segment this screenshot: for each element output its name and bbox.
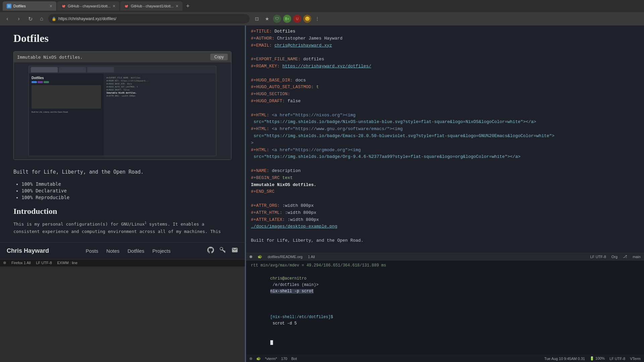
editor-status-file: dotfiles/README.org [268,255,303,259]
key-icon[interactable] [219,247,226,255]
footer-link-projects[interactable]: Projects [152,248,170,254]
mock-code-line: #+HUGO_AUTO_SET_LASTMOD: t [106,85,213,88]
terminal-blank [251,301,639,308]
editor-line-blank1 [251,49,639,56]
badge-emacs [38,81,43,83]
copy-button[interactable]: Copy [210,54,228,60]
tab-close-3[interactable]: × [176,3,178,9]
editor-line-html1-cont: src="https://img.shields.io/badge/NixOS-… [251,119,639,126]
mock-code-line: #+ATTR_ORG: :width 800px [106,94,213,97]
mock-code-line: #+HUGO_BASE_DIR: docs [106,82,213,85]
editor-status-branch: ⎇ [623,254,627,259]
editor-line-html3: #+HTML: <a href="https://orgmode.org"><i… [251,147,639,154]
tab-close-1[interactable]: × [50,3,52,9]
address-bar[interactable]: 🔒 https://chrishayward.xyz/dotfiles/ [48,14,250,23]
editor-line-hugo-draft: #+HUGO_DRAFT: false [251,98,639,105]
mock-tab-bar [29,66,216,73]
bottom-status-bar: 🐢 *vterm* 170 Bot Tue Aug 10 9:45AM 0.31… [246,355,644,362]
editor-line-src-content: Immutable NixOS dotfiles. [251,182,639,189]
bsb-battery: 🔋 100% [590,356,605,361]
tab-github-2[interactable]: 🐙 GitHub - chayward1/dott... × [120,1,182,11]
home-button[interactable]: ⌂ [37,14,46,23]
editor-line-hugo-base: #+HUGO_BASE_DIR: docs [251,77,639,84]
bsb-dot [250,357,252,360]
tab-favicon-3: 🐙 [124,4,129,8]
editor-line-begin-src: #+BEGIN_SRC text [251,175,639,182]
badge-org [44,81,49,83]
bookmark-icon[interactable]: ⊡ [253,15,261,23]
back-button[interactable]: ‹ [3,14,12,23]
forward-button[interactable]: › [14,14,23,23]
browser-chrome: D Dotfiles × 🐙 GitHub - chayward1/dott..… [0,0,644,25]
main-area: Dotfiles Immutable NixOS dotfiles. Copy [0,25,644,362]
browser-status-mode: EXWM : line [57,261,78,265]
menu-icon[interactable]: ⋮ [313,15,321,23]
extension-red-icon[interactable]: U [293,15,301,23]
page-title: Dotfiles [13,32,231,45]
mock-screenshot: Dotfiles Built for Life, Liberty, and th… [29,66,216,156]
status-dot-1 [3,261,6,264]
editor-line-hugo-section: #+HUGO_SECTION: [251,91,639,98]
terminal-nix-shell-prompt: [nix-shell:/etc/dotfiles]$ scrot -d 5 [251,308,639,334]
terminal-rtt-line: rtt min/avg/max/mdev = 49.294/186.651/36… [251,262,639,269]
editor-line-roam: #+ROAM_KEY: https://chrishayward.xyz/dot… [251,63,639,70]
editor-line-img-link[interactable]: ./docs/images/desktop-example.png [251,223,639,230]
terminal-prompt-line: chris@acernitro /e/dotfiles (main)> nix-… [251,269,639,301]
github-icon[interactable] [207,247,214,255]
editor-line-export: #+EXPORT_FILE_NAME: dotfiles [251,56,639,63]
tab-favicon-1: D [7,4,11,8]
terminal-cursor [270,340,273,345]
tab-title-2: GitHub - chayward1/dott... [68,4,111,8]
editor-line-blank2 [251,70,639,77]
intro-section-title: Introduction [13,207,231,216]
editor-content[interactable]: #+TITLE: Dotfiles #+AUTHOR: Christopher … [246,25,644,253]
editor-line-attr-org: #+ATTR_ORG: :width 800px [251,202,639,209]
editor-status-lines: 1 All [308,255,315,259]
footer-social-icons [207,247,238,255]
browser-toolbar: ‹ › ↻ ⌂ 🔒 https://chrishayward.xyz/dotfi… [0,12,644,25]
mock-left-pane: Dotfiles Built for Life, Liberty, and th… [29,73,104,156]
tab-bar: D Dotfiles × 🐙 GitHub - chayward1/dott..… [0,0,644,12]
screenshot-image: Dotfiles Built for Life, Liberty, and th… [14,62,231,160]
tab-title-3: GitHub - chayward1/dott... [131,4,174,8]
reload-button[interactable]: ↻ [25,14,35,23]
tab-dotfiles[interactable]: D Dotfiles × [3,1,56,11]
mock-tab-1 [31,67,58,72]
editor-line-blank3 [251,105,639,112]
browser-section: Dotfiles Immutable NixOS dotfiles. Copy [0,25,245,362]
editor-line-blank6 [251,230,639,237]
editor-line-hugo-auto: #+HUGO_AUTO_SET_LASTMOD: t [251,84,639,91]
intro-paragraph: This is my personal configuration(s) for… [13,221,231,236]
footer-link-notes[interactable]: Notes [106,248,119,254]
editor-line-blank7 [251,244,639,251]
mock-code-line: Immutable NixOS dotfiles. [106,91,213,94]
mock-tab-3 [87,67,114,72]
bottom-status-left: 🐢 *vterm* 170 Bot [250,356,544,361]
footer-nav: Chris Hayward Posts Notes Dotfiles Proje… [0,242,245,259]
shield-icon[interactable]: 🛡 [273,15,281,23]
intro-text-start: This is my personal configuration(s) for… [13,222,145,227]
footer-link-posts[interactable]: Posts [86,248,99,254]
tab-title-1: Dotfiles [13,4,48,8]
mock-badges [32,81,101,83]
star-icon[interactable]: ★ [263,15,271,23]
mock-desktop-img [32,85,101,109]
mock-content: Dotfiles Built for Life, Liberty, and th… [29,73,216,156]
mock-code-line: #+HUGO_DRAFT: false [106,88,213,91]
mock-code-line: #+EXPORT_FILE_NAME: dotfiles [106,76,213,79]
editor-status-encoding: LF UTF-8 [590,255,606,259]
toolbar-icons: ⊡ ★ 🛡 B+ U 😊 ⋮ [253,15,321,23]
editor-line-end-src: #+END_SRC [251,188,639,195]
address-text: https://chrishayward.xyz/dotfiles/ [58,16,116,21]
new-tab-button[interactable]: + [183,1,193,11]
screenshot-box: Immutable NixOS dotfiles. Copy [13,51,231,160]
footer-link-dotfiles[interactable]: Dotfiles [127,248,144,254]
extension-b-icon[interactable]: B+ [283,15,291,23]
tab-close-2[interactable]: × [113,3,115,9]
mail-icon[interactable] [231,247,238,255]
tab-github-1[interactable]: 🐙 GitHub - chayward1/dott... × [57,1,119,11]
editor-line-html3-cont: src="https://img.shields.io/badge/Org-9.… [251,154,639,161]
terminal-area[interactable]: rtt min/avg/max/mdev = 49.294/186.651/36… [246,260,644,355]
editor-line-html1: #+HTML: <a href="https://nixos.org"><img [251,112,639,119]
extension-face-icon[interactable]: 😊 [303,15,311,23]
